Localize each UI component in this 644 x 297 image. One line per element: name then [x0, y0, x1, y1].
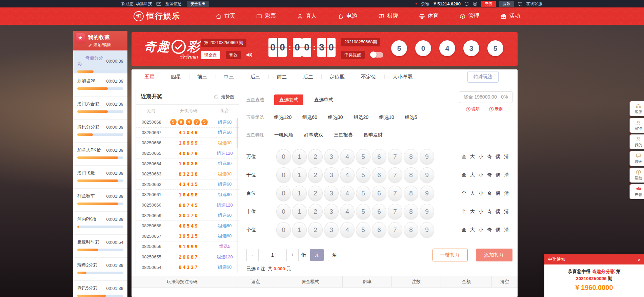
floating-button-帮助[interactable]: 帮助	[629, 168, 644, 183]
quick-option-全[interactable]: 全	[462, 154, 466, 160]
floating-button-客服[interactable]: 客服	[629, 101, 644, 116]
play-option-一帆风顺[interactable]: 一帆风顺	[274, 132, 293, 138]
play-option-组选60[interactable]: 组选60	[302, 114, 317, 121]
sidebar-item-极速时时彩[interactable]: 极速时时彩00:00:54	[73, 235, 127, 258]
quick-option-清[interactable]: 清	[504, 172, 509, 178]
digit-button-十位-2[interactable]: 2	[308, 204, 323, 219]
play-option-组选10[interactable]: 组选10	[379, 114, 394, 121]
nav-item-电游[interactable]: 电游	[327, 7, 368, 25]
digit-button-千位-8[interactable]: 8	[404, 167, 418, 183]
tab-定位胆[interactable]: 定位胆	[321, 73, 353, 80]
logout-button[interactable]: 安全退出	[187, 1, 209, 7]
quick-option-小[interactable]: 小	[479, 227, 483, 233]
add-bet-button[interactable]: 添加投注	[476, 249, 512, 261]
sidebar-item-腾讯分分彩[interactable]: 腾讯分分彩00:00:39	[73, 120, 127, 143]
play-option-直选复式[interactable]: 直选复式	[274, 94, 303, 105]
quick-option-清[interactable]: 清	[504, 190, 509, 196]
digit-button-万位-8[interactable]: 8	[404, 149, 418, 165]
recent-scrollbar[interactable]	[237, 118, 238, 273]
draw-combo-link[interactable]: 组选60	[210, 181, 239, 187]
help-link[interactable]: ?说明	[466, 106, 480, 112]
quick-option-全[interactable]: 全	[462, 209, 466, 215]
draw-combo-link[interactable]: 组选60	[210, 119, 239, 125]
quick-option-全[interactable]: 全	[462, 190, 466, 196]
quick-option-小[interactable]: 小	[479, 209, 483, 215]
digit-button-万位-9[interactable]: 9	[420, 149, 434, 165]
quick-option-偶[interactable]: 偶	[496, 154, 500, 160]
digit-button-个位-4[interactable]: 4	[340, 222, 355, 238]
digit-button-千位-7[interactable]: 7	[388, 167, 402, 183]
digit-button-万位-1[interactable]: 1	[292, 149, 307, 165]
quick-option-大[interactable]: 大	[470, 172, 475, 178]
floating-button-APP[interactable]: APP	[629, 118, 644, 133]
digit-button-十位-0[interactable]: 0	[276, 204, 291, 219]
digit-button-百位-8[interactable]: 8	[404, 186, 418, 201]
nav-item-真人[interactable]: 真人	[286, 7, 327, 25]
play-option-四季发财[interactable]: 四季发财	[364, 132, 383, 138]
draw-combo-link[interactable]: 组选120	[210, 202, 239, 208]
tab-后三[interactable]: 后三	[242, 73, 268, 80]
quick-option-偶[interactable]: 偶	[496, 190, 500, 196]
quick-option-大[interactable]: 大	[470, 154, 475, 160]
tab-不定位[interactable]: 不定位	[353, 73, 384, 80]
withdraw-button[interactable]: 提款	[499, 1, 514, 7]
sidebar-item-荷兰赛车[interactable]: 荷兰赛车00:01:39	[73, 189, 127, 212]
draw-combo-link[interactable]: 组选30	[210, 171, 239, 177]
quick-option-清[interactable]: 清	[504, 209, 509, 215]
speaker-icon[interactable]	[245, 51, 253, 59]
quick-option-小[interactable]: 小	[479, 172, 483, 178]
unit-button-元[interactable]: 元	[310, 249, 324, 261]
draw-combo-link[interactable]: 组选120	[210, 150, 239, 156]
sidebar-item-瑞典2分彩[interactable]: 瑞典2分彩00:01:39	[73, 258, 127, 281]
nav-item-棋牌[interactable]: 棋牌	[368, 7, 408, 25]
nav-item-首页[interactable]: 首页	[205, 7, 246, 25]
play-option-组选30[interactable]: 组选30	[328, 114, 343, 121]
play-option-组选20[interactable]: 组选20	[354, 114, 369, 121]
sidebar-item-澳门飞艇[interactable]: 澳门飞艇00:01:39	[73, 166, 127, 189]
digit-button-个位-1[interactable]: 1	[292, 222, 307, 238]
digit-button-千位-9[interactable]: 9	[420, 167, 434, 183]
quick-option-奇[interactable]: 奇	[487, 227, 492, 233]
digit-button-十位-4[interactable]: 4	[340, 204, 355, 219]
win-alert-toggle[interactable]	[370, 52, 383, 58]
digit-button-百位-5[interactable]: 5	[356, 186, 370, 201]
nav-item-彩票[interactable]: 彩票	[246, 7, 286, 25]
draw-combo-link[interactable]: 组选60	[210, 212, 239, 218]
floating-button-声音[interactable]: 声音	[629, 184, 644, 199]
digit-button-十位-8[interactable]: 8	[404, 204, 418, 219]
tab-后二[interactable]: 后二	[295, 73, 321, 80]
quick-option-小[interactable]: 小	[479, 190, 483, 196]
draw-combo-link[interactable]: 组选60	[210, 192, 239, 198]
cash-mode-button[interactable]: 现金盘	[201, 51, 220, 59]
recent-scrollbar-thumb[interactable]	[237, 118, 238, 148]
floating-button-聊天[interactable]: 聊天	[629, 151, 644, 166]
draw-combo-link[interactable]: 组选120	[210, 254, 239, 260]
quick-option-奇[interactable]: 奇	[487, 154, 492, 160]
quick-option-全[interactable]: 全	[462, 172, 466, 178]
digit-button-百位-0[interactable]: 0	[276, 186, 291, 201]
digit-button-十位-1[interactable]: 1	[292, 204, 307, 219]
digit-button-千位-0[interactable]: 0	[276, 167, 291, 183]
favorites-edit-button[interactable]: 添加/编辑	[88, 42, 127, 48]
play-option-组选120[interactable]: 组选120	[274, 114, 291, 121]
digit-button-百位-1[interactable]: 1	[292, 186, 307, 201]
digit-button-个位-7[interactable]: 7	[388, 222, 402, 238]
digit-button-个位-5[interactable]: 5	[356, 222, 370, 238]
online-service-label[interactable]: 在线客服	[526, 1, 542, 7]
digit-button-千位-5[interactable]: 5	[356, 167, 370, 183]
digit-button-万位-5[interactable]: 5	[356, 149, 370, 165]
quick-option-大[interactable]: 大	[470, 209, 475, 215]
digit-button-百位-9[interactable]: 9	[420, 186, 434, 201]
quick-option-偶[interactable]: 偶	[496, 227, 500, 233]
multiplier-value[interactable]: 1	[259, 249, 286, 261]
sidebar-item-腾讯5分彩[interactable]: 腾讯5分彩00:01:39	[73, 281, 127, 297]
digit-button-个位-3[interactable]: 3	[324, 222, 339, 238]
nav-item-管理[interactable]: 管理	[449, 7, 490, 25]
draw-combo-link[interactable]: 组选60	[210, 223, 239, 229]
floating-button-我的[interactable]: 我的	[629, 134, 644, 149]
quick-option-清[interactable]: 清	[504, 154, 509, 160]
message-icon[interactable]	[156, 1, 161, 6]
nav-item-活动[interactable]: 活动	[490, 7, 530, 25]
digit-button-十位-6[interactable]: 6	[372, 204, 386, 219]
multiplier-plus-button[interactable]: +	[286, 249, 299, 261]
